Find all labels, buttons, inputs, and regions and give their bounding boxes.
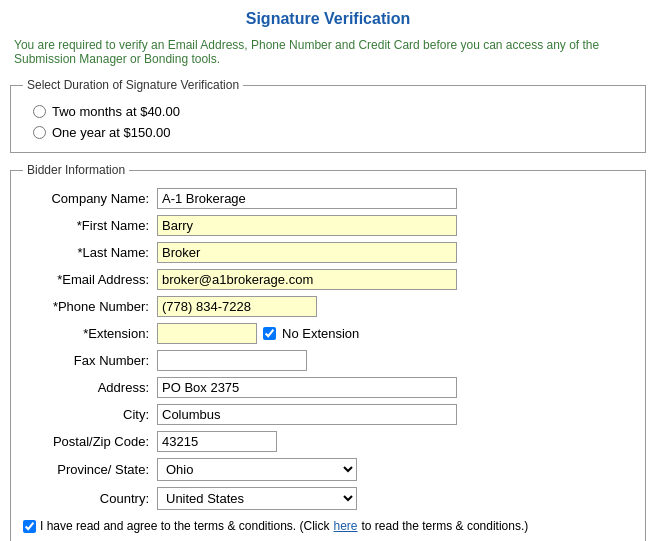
duration-fieldset: Select Duration of Signature Verificatio… xyxy=(10,78,646,153)
zip-label: Postal/Zip Code: xyxy=(53,434,149,449)
city-input[interactable] xyxy=(157,404,457,425)
country-label: Country: xyxy=(100,491,149,506)
no-ext-label: No Extension xyxy=(282,326,359,341)
first-name-row: *First Name: xyxy=(23,212,633,239)
duration-legend: Select Duration of Signature Verificatio… xyxy=(23,78,243,92)
company-label: Company Name: xyxy=(51,191,149,206)
address-input[interactable] xyxy=(157,377,457,398)
province-select[interactable]: Ohio Alabama Alaska Arizona California C… xyxy=(157,458,357,481)
fax-label: Fax Number: xyxy=(74,353,149,368)
address-label: Address: xyxy=(98,380,149,395)
province-label: Province/ State: xyxy=(57,462,149,477)
first-name-input[interactable] xyxy=(157,215,457,236)
email-input[interactable] xyxy=(157,269,457,290)
last-name-input[interactable] xyxy=(157,242,457,263)
duration-label-2month: Two months at $40.00 xyxy=(52,104,180,119)
country-row: Country: United States Canada United Kin… xyxy=(23,484,633,513)
duration-label-1year: One year at $150.00 xyxy=(52,125,171,140)
company-input[interactable] xyxy=(157,188,457,209)
page-title: Signature Verification xyxy=(10,10,646,28)
zip-input[interactable] xyxy=(157,431,277,452)
bidder-legend: Bidder Information xyxy=(23,163,129,177)
terms-row: I have read and agree to the terms & con… xyxy=(23,519,633,533)
fax-input[interactable] xyxy=(157,350,307,371)
terms-checkbox[interactable] xyxy=(23,520,36,533)
email-label: *Email Address: xyxy=(57,272,149,287)
city-row: City: xyxy=(23,401,633,428)
last-name-label: *Last Name: xyxy=(77,245,149,260)
no-ext-checkbox[interactable] xyxy=(263,327,276,340)
warning-text: You are required to verify an Email Addr… xyxy=(10,36,646,68)
province-row: Province/ State: Ohio Alabama Alaska Ari… xyxy=(23,455,633,484)
duration-radio-2month[interactable] xyxy=(33,105,46,118)
terms-text-after: to read the terms & conditions.) xyxy=(362,519,529,533)
extension-row: *Extension: No Extension xyxy=(23,320,633,347)
ext-label: *Extension: xyxy=(83,326,149,341)
phone-row: *Phone Number: xyxy=(23,293,633,320)
duration-option-2month[interactable]: Two months at $40.00 xyxy=(33,104,623,119)
city-label: City: xyxy=(123,407,149,422)
terms-text-before: I have read and agree to the terms & con… xyxy=(40,519,329,533)
zip-row: Postal/Zip Code: xyxy=(23,428,633,455)
country-select[interactable]: United States Canada United Kingdom Aust… xyxy=(157,487,357,510)
duration-option-1year[interactable]: One year at $150.00 xyxy=(33,125,623,140)
last-name-row: *Last Name: xyxy=(23,239,633,266)
bidder-fieldset: Bidder Information Company Name: *First … xyxy=(10,163,646,541)
company-row: Company Name: xyxy=(23,185,633,212)
phone-label: *Phone Number: xyxy=(53,299,149,314)
fax-row: Fax Number: xyxy=(23,347,633,374)
ext-input[interactable] xyxy=(157,323,257,344)
duration-radio-1year[interactable] xyxy=(33,126,46,139)
form-table: Company Name: *First Name: *Last Name: *… xyxy=(23,185,633,513)
phone-input[interactable] xyxy=(157,296,317,317)
address-row: Address: xyxy=(23,374,633,401)
first-name-label: *First Name: xyxy=(77,218,149,233)
terms-link[interactable]: here xyxy=(333,519,357,533)
email-row: *Email Address: xyxy=(23,266,633,293)
